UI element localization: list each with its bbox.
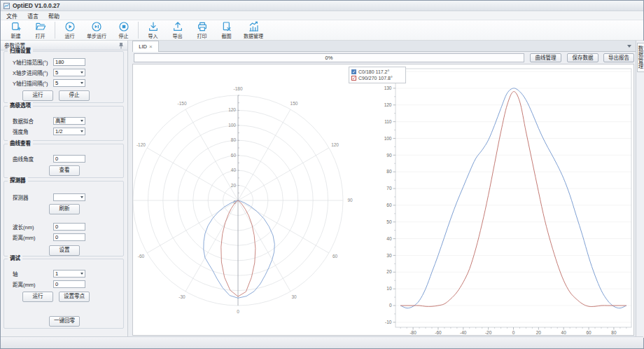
field-label: 距离(mm) xyxy=(13,280,53,288)
window-title: OptiED V1.0.0.27 xyxy=(13,2,60,9)
chevron-down-icon xyxy=(80,120,83,122)
toolbar-label: 截图 xyxy=(222,32,232,39)
data-manage-button[interactable]: 数据管理 xyxy=(239,20,268,40)
print-button[interactable]: 打印 xyxy=(190,20,214,40)
run-button[interactable]: 运行 xyxy=(57,20,82,40)
field-label: 数据拟合 xyxy=(13,117,53,125)
tab-list-arrow-icon[interactable] xyxy=(627,45,631,48)
legend-item: ✓ C0/180 117.2° xyxy=(351,69,403,75)
set-zero-button[interactable]: 设置零点 xyxy=(59,292,90,302)
toolbar: 新建 打开 运行 单步运行 停止 导入 导出 打印 xyxy=(1,20,643,41)
wavelength-input[interactable] xyxy=(53,223,85,231)
debug-distance-input[interactable] xyxy=(53,280,85,288)
save-data-button[interactable]: 保存数据 xyxy=(567,53,598,62)
legend-checkbox-c0[interactable]: ✓ xyxy=(351,69,356,74)
menu-file[interactable]: 文件 xyxy=(6,12,18,20)
y-scan-range-input[interactable] xyxy=(53,58,85,66)
svg-text:-80: -80 xyxy=(410,330,416,335)
curve-angle-input[interactable] xyxy=(53,155,85,163)
svg-text:-30: -30 xyxy=(178,294,186,299)
svg-text:-20: -20 xyxy=(485,330,492,335)
toolbar-separator xyxy=(55,22,55,39)
svg-text:150: 150 xyxy=(290,101,298,106)
svg-text:-150: -150 xyxy=(177,101,186,106)
svg-text:90: 90 xyxy=(347,198,353,203)
field-label: 距离(mm) xyxy=(13,233,53,241)
curve-manage-button[interactable]: 曲线管理 xyxy=(530,53,561,62)
snapshot-icon xyxy=(221,21,232,32)
svg-text:20: 20 xyxy=(386,269,392,274)
toolbar-label: 运行 xyxy=(65,32,75,39)
app-window: OptiED V1.0.0.27 文件 语言 帮助 新建 打开 运行 单步运行 … xyxy=(0,0,644,349)
svg-text:50: 50 xyxy=(386,219,392,224)
menu-help[interactable]: 帮助 xyxy=(48,12,59,20)
view-button[interactable]: 查看 xyxy=(49,165,80,176)
tab-label: LID xyxy=(139,43,147,50)
menu-language[interactable]: 语言 xyxy=(27,12,38,20)
right-dock-strip: 数据管理 xyxy=(636,41,644,338)
svg-text:120: 120 xyxy=(228,107,236,112)
stop-button[interactable]: 停止 xyxy=(111,20,136,40)
tab-lid[interactable]: LID × xyxy=(132,41,159,52)
debug-run-button[interactable]: 运行 xyxy=(22,292,53,302)
main-area: LID × 0% 曲线管理 保存数据 导出报告 020406080100120-… xyxy=(132,41,636,338)
field-label: 轴 xyxy=(13,270,53,278)
snapshot-button[interactable]: 截图 xyxy=(214,20,239,40)
tabbar: LID × xyxy=(132,41,636,52)
run-icon xyxy=(64,21,76,32)
scan-run-button[interactable]: 运行 xyxy=(22,90,53,101)
svg-text:40: 40 xyxy=(386,236,392,241)
svg-text:-180: -180 xyxy=(233,86,242,91)
set-button[interactable]: 设置 xyxy=(49,245,80,256)
chart-panel: 020406080100120-180-150-120-90-60-300306… xyxy=(132,64,634,336)
svg-text:100: 100 xyxy=(228,123,236,128)
toolbar-label: 停止 xyxy=(119,32,129,39)
chart-legend: ✓ C0/180 117.2° ✓ C90/270 107.8° xyxy=(349,67,406,83)
y-scan-interval-select[interactable]: 5 xyxy=(53,79,85,87)
progress-bar: 0% xyxy=(134,53,524,62)
new-button[interactable]: 新建 xyxy=(4,20,28,40)
field-label: 探测器 xyxy=(13,193,53,201)
x-step-interval-select[interactable]: 5 xyxy=(53,69,85,76)
group-title: 扫描设置 xyxy=(8,48,33,55)
svg-text:60: 60 xyxy=(231,153,237,158)
tab-close-icon[interactable]: × xyxy=(149,44,153,50)
toolbar-label: 新建 xyxy=(11,32,21,39)
scan-stop-button[interactable]: 停止 xyxy=(59,90,90,101)
svg-text:60: 60 xyxy=(386,203,392,207)
pin-icon[interactable] xyxy=(118,42,124,49)
cartesian-chart: -100102030405060708090100110120130140-80… xyxy=(384,69,631,335)
return-zero-button[interactable]: 一键回零 xyxy=(49,316,80,327)
menubar: 文件 语言 帮助 xyxy=(1,11,643,20)
group-scan-settings: 扫描设置 Y轴扫描范围(°) X轴步进间隔(°) 5 Y轴扫描间隔(°) 5 运… xyxy=(4,51,124,103)
data-fit-select[interactable]: 高斯 xyxy=(53,117,85,125)
field-label: 波长(nm) xyxy=(13,223,53,231)
export-button[interactable]: 导出 xyxy=(165,20,190,40)
svg-text:60: 60 xyxy=(586,330,592,335)
intensity-angle-select[interactable]: 1/2 xyxy=(53,128,85,135)
legend-item: ✓ C90/270 107.8° xyxy=(351,75,403,81)
svg-text:40: 40 xyxy=(231,167,237,172)
data-manage-side-tab[interactable]: 数据管理 xyxy=(637,43,644,72)
new-icon xyxy=(10,21,22,32)
charts-canvas: 020406080100120-180-150-120-90-60-300306… xyxy=(133,64,634,335)
legend-checkbox-c90[interactable]: ✓ xyxy=(351,76,356,81)
distance-input[interactable] xyxy=(53,233,85,241)
svg-text:0: 0 xyxy=(389,303,392,308)
open-button[interactable]: 打开 xyxy=(28,20,52,40)
svg-text:0: 0 xyxy=(512,330,515,335)
svg-text:120: 120 xyxy=(384,102,392,107)
step-run-button[interactable]: 单步运行 xyxy=(82,20,111,40)
axis-select[interactable]: 1 xyxy=(53,270,85,278)
toolbar-label: 数据管理 xyxy=(244,32,263,39)
group-title: 曲线查看 xyxy=(8,140,33,147)
cartesian-series xyxy=(400,88,626,308)
detector-select[interactable] xyxy=(53,193,85,201)
control-row: 0% 曲线管理 保存数据 导出报告 xyxy=(132,53,636,63)
svg-text:10: 10 xyxy=(386,286,392,291)
export-report-button[interactable]: 导出报告 xyxy=(603,53,634,62)
refresh-button[interactable]: 刷新 xyxy=(49,204,80,214)
toolbar-separator xyxy=(138,22,139,39)
import-button[interactable]: 导入 xyxy=(141,20,165,40)
svg-text:90: 90 xyxy=(386,153,392,158)
